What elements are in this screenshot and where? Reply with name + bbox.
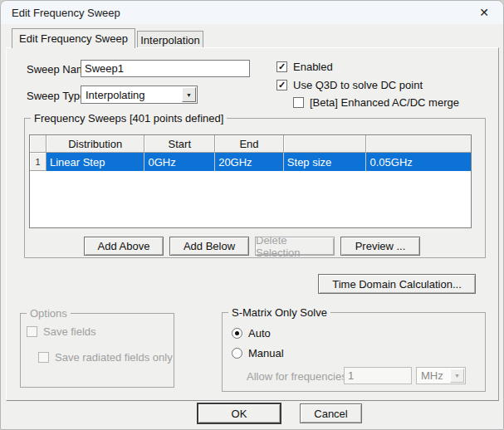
save-radiated-checkbox: Save radiated fields only: [38, 351, 173, 364]
manual-radio[interactable]: Manual: [232, 347, 284, 359]
sweep-type-select[interactable]: Interpolating ▼: [81, 86, 198, 104]
edit-frequency-sweep-dialog: Edit Frequency Sweep ✕ Sweep Name: Sweep…: [0, 0, 504, 430]
cell-end[interactable]: 20GHz: [215, 153, 284, 171]
checkbox-empty-icon: [38, 352, 49, 363]
cell-step-size[interactable]: 0.05GHz: [366, 153, 471, 171]
radio-unselected-icon: [232, 348, 242, 359]
add-below-button[interactable]: Add Below: [169, 237, 249, 256]
frequency-threshold-input: 1: [344, 367, 412, 384]
table-row[interactable]: 1 Linear Step 0GHz 20GHz Step size 0.05G…: [30, 153, 471, 171]
titlebar[interactable]: Edit Frequency Sweep ✕: [1, 1, 503, 24]
unit-select: MHz ▼: [416, 367, 466, 384]
cell-distribution[interactable]: Linear Step: [46, 153, 145, 171]
use-q3d-label: Use Q3D to solve DC point: [293, 79, 423, 91]
close-icon[interactable]: ✕: [465, 1, 503, 24]
auto-radio[interactable]: Auto: [232, 327, 271, 340]
beta-merge-checkbox[interactable]: [Beta] Enhanced AC/DC merge: [293, 96, 459, 109]
save-radiated-label: Save radiated fields only: [55, 351, 173, 364]
add-above-button[interactable]: Add Above: [84, 237, 164, 256]
tab-page-edit-frequency-sweep: Sweep Name: Sweep1 Sweep Type: Interpola…: [6, 47, 499, 401]
sweep-name-value: Sweep1: [85, 62, 124, 75]
checkbox-empty-icon: [27, 326, 37, 337]
use-q3d-checkbox[interactable]: ✓ Use Q3D to solve DC point: [276, 79, 423, 91]
row-number: 1: [30, 153, 46, 171]
header-start: Start: [144, 135, 215, 153]
sweep-type-value: Interpolating: [81, 89, 181, 101]
tab-label: Edit Frequency Sweep: [19, 32, 128, 45]
tab-edit-frequency-sweep[interactable]: Edit Frequency Sweep: [12, 28, 135, 48]
cancel-button[interactable]: Cancel: [300, 403, 362, 423]
sweep-type-label: Sweep Type:: [27, 90, 89, 102]
unit-value: MHz: [417, 369, 449, 382]
cell-start[interactable]: 0GHz: [144, 153, 215, 171]
manual-label: Manual: [248, 347, 284, 359]
table-header-row: Distribution Start End: [30, 135, 471, 153]
options-group: Options Save fields Save radiated fields…: [20, 313, 174, 388]
enabled-label: Enabled: [293, 61, 333, 73]
frequency-sweeps-group-title: Frequency Sweeps [401 points defined]: [31, 112, 227, 125]
checkbox-check-icon: ✓: [276, 61, 287, 72]
header-end: End: [215, 135, 284, 153]
header-rownum: [30, 135, 46, 153]
tab-interpolation[interactable]: Interpolation: [137, 31, 203, 48]
preview-button[interactable]: Preview ...: [340, 237, 420, 256]
options-group-title: Options: [27, 307, 71, 320]
beta-merge-label: [Beta] Enhanced AC/DC merge: [310, 96, 459, 109]
header-distribution: Distribution: [46, 135, 145, 153]
checkbox-empty-icon: [293, 97, 304, 108]
s-matrix-group: S-Matrix Only Solve Auto Manual Allow fo…: [222, 312, 486, 392]
save-fields-checkbox: Save fields: [27, 325, 96, 338]
checkbox-check-icon: ✓: [276, 80, 287, 90]
sweep-name-input[interactable]: Sweep1: [81, 60, 250, 77]
cell-step-label[interactable]: Step size: [284, 153, 367, 171]
time-domain-calculation-button[interactable]: Time Domain Calculation...: [318, 274, 476, 294]
ok-button[interactable]: OK: [198, 403, 281, 423]
save-fields-label: Save fields: [43, 325, 96, 338]
enabled-checkbox[interactable]: ✓ Enabled: [276, 61, 333, 73]
frequency-threshold-value: 1: [348, 369, 354, 382]
tab-label: Interpolation: [140, 34, 200, 46]
window-title: Edit Frequency Sweep: [1, 7, 120, 19]
radio-selected-icon: [232, 328, 242, 339]
header-col5: [366, 135, 471, 153]
auto-label: Auto: [248, 327, 271, 340]
frequency-sweeps-group: Frequency Sweeps [401 points defined] Di…: [24, 118, 486, 258]
chevron-down-icon[interactable]: ▼: [182, 87, 196, 102]
header-col4: [284, 135, 367, 153]
frequency-sweeps-table[interactable]: Distribution Start End 1 Linear Step 0GH…: [29, 134, 472, 228]
delete-selection-button: Delete Selection: [255, 237, 335, 256]
chevron-down-icon: ▼: [450, 369, 464, 383]
s-matrix-group-title: S-Matrix Only Solve: [228, 306, 330, 319]
